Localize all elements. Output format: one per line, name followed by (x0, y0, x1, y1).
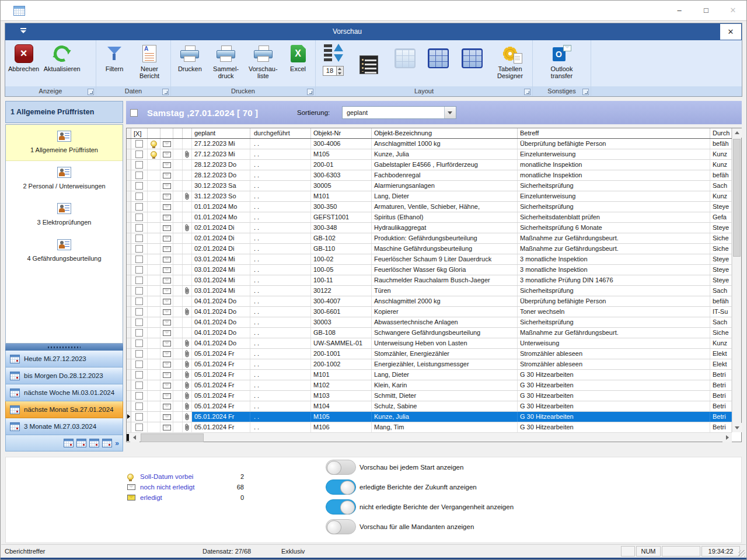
row-checkbox[interactable] (135, 287, 143, 295)
abbrechen-button[interactable]: Abbrechen (6, 42, 41, 86)
aktualisieren-button[interactable]: Aktualisieren (41, 42, 83, 86)
tabellen-designer-button[interactable]: Tabellen Designer (489, 42, 531, 86)
row-checkbox[interactable] (135, 140, 143, 148)
table-row[interactable]: 02.01.2024 Di . . GB-102 Produktion: Gef… (127, 233, 732, 244)
table-row[interactable]: 28.12.2023 Do . . 300-6303 Fachbodenrega… (127, 170, 732, 181)
select-all-checkbox[interactable] (130, 109, 138, 117)
table-row[interactable]: 05.01.2024 Fr . . M106 Mang, Tim G 30 Hi… (127, 422, 732, 432)
more-chevron-icon[interactable]: » (115, 440, 119, 446)
table-row[interactable]: 27.12.2023 Mi . . 300-4006 Anschlagmitte… (127, 139, 732, 149)
dialog-launcher-icon[interactable] (307, 89, 313, 95)
row-checkbox[interactable] (135, 318, 143, 326)
table-row[interactable]: 02.01.2024 Di . . 300-348 Hydraulikaggre… (127, 223, 732, 233)
calendar-icon[interactable] (64, 439, 74, 447)
ribbon-close-button[interactable]: ✕ (720, 24, 741, 40)
toggle-switch[interactable] (326, 499, 356, 514)
column-header-check[interactable]: [X] (131, 128, 148, 138)
excel-button[interactable]: Excel (282, 42, 314, 86)
horizontal-scroll-thumb[interactable] (141, 433, 204, 442)
row-checkbox[interactable] (135, 214, 143, 221)
row-checkbox[interactable] (135, 182, 143, 190)
horizontal-scrollbar[interactable] (127, 432, 732, 442)
table-row[interactable]: 05.01.2024 Fr . . M105 Kunze, Julia G 30… (127, 412, 732, 422)
scroll-down-icon[interactable] (732, 423, 742, 432)
minimize-button[interactable]: – (666, 1, 693, 20)
row-checkbox[interactable] (135, 298, 143, 305)
column-header-objekt-nr[interactable]: Objekt-Nr (311, 128, 372, 138)
column-header-durchgefuehrt[interactable]: durchgeführt (250, 128, 311, 138)
toggle-switch[interactable] (326, 460, 356, 475)
date-filter-button[interactable]: bis Morgen Do.28.12.2023 (5, 368, 123, 384)
row-checkbox[interactable] (135, 161, 143, 169)
sidebar-item[interactable]: 2 Personal / Unterweisungen (6, 161, 123, 197)
column-header-bezeichnung[interactable]: Objekt-Bezeichnung (372, 128, 518, 138)
row-checkbox[interactable] (135, 276, 143, 284)
row-checkbox[interactable] (135, 424, 143, 431)
table-row[interactable]: 03.01.2024 Mi . . 100-05 Feuerlöscher Wa… (127, 265, 732, 275)
table-row[interactable]: 05.01.2024 Fr . . 200-1001 Stomzähler, E… (127, 349, 732, 359)
grid-layout-button-2[interactable] (422, 42, 456, 86)
sidebar-item[interactable]: 4 Gefährdungsbeurteilung (6, 233, 123, 270)
neuer-bericht-button[interactable]: Neuer Bericht (131, 42, 167, 86)
close-button[interactable]: ✕ (720, 1, 746, 20)
date-filter-button[interactable]: nächste Woche Mi.03.01.2024 (5, 384, 123, 401)
table-row[interactable]: 03.01.2024 Mi . . 30122 Türen Sicherheit… (127, 286, 732, 296)
sort-dropdown[interactable]: geplant (342, 106, 456, 119)
vertical-scrollbar[interactable] (732, 128, 741, 432)
table-row[interactable]: 03.01.2024 Mi . . 100-02 Feuerlöscher Sc… (127, 254, 732, 265)
spinner-buttons[interactable] (336, 66, 343, 75)
grid-layout-button-1[interactable] (388, 42, 422, 86)
row-checkbox[interactable] (135, 350, 143, 358)
table-row[interactable]: 01.01.2024 Mo . . 300-350 Armaturen, Ven… (127, 202, 732, 212)
row-checkbox[interactable] (135, 382, 143, 389)
calendar-icon[interactable] (102, 439, 112, 447)
sidebar-item[interactable]: 3 Elektroprüfungen (6, 197, 123, 233)
vorschauliste-button[interactable]: Vorschau-liste (244, 42, 282, 86)
row-checkbox[interactable] (135, 413, 143, 421)
row-checkbox[interactable] (135, 360, 143, 368)
row-checkbox[interactable] (135, 203, 143, 211)
row-checkbox[interactable] (135, 192, 143, 200)
row-checkbox[interactable] (135, 235, 143, 242)
table-row[interactable]: 30.12.2023 Sa . . 30005 Alarmierungsanla… (127, 181, 732, 191)
row-checkbox[interactable] (135, 402, 143, 410)
resize-grip[interactable] (738, 550, 745, 557)
date-filter-button[interactable]: 3 Monate Mi.27.03.2024 (5, 418, 123, 435)
table-row[interactable]: 05.01.2024 Fr . . M102 Klein, Karin G 30… (127, 380, 732, 391)
row-checkbox[interactable] (135, 266, 143, 274)
table-row[interactable]: 05.01.2024 Fr . . M104 Schulz, Sabine G … (127, 401, 732, 412)
toggle-switch[interactable] (326, 480, 356, 495)
row-checkbox[interactable] (135, 308, 143, 316)
row-checkbox[interactable] (135, 256, 143, 263)
table-row[interactable]: 04.01.2024 Do . . 300-6601 Kopierer Tone… (127, 307, 732, 317)
table-row[interactable]: 04.01.2024 Do . . UW-SAMMEL-01 Unterweis… (127, 338, 732, 349)
row-checkbox[interactable] (135, 224, 143, 232)
toggle-switch[interactable] (326, 519, 356, 534)
calendar-icon[interactable] (89, 439, 99, 447)
row-checkbox[interactable] (135, 172, 143, 179)
table-row[interactable]: 04.01.2024 Do . . 300-4007 Anschlagmitte… (127, 296, 732, 307)
scroll-left-icon[interactable] (130, 433, 139, 442)
vertical-scroll-thumb[interactable] (733, 139, 741, 257)
row-checkbox[interactable] (135, 329, 143, 337)
date-filter-button[interactable]: Heute Mi.27.12.2023 (5, 351, 123, 368)
outlook-transfer-button[interactable]: Outlook transfer (542, 42, 582, 86)
table-row[interactable]: 05.01.2024 Fr . . M103 Schmitt, Dieter G… (127, 391, 732, 401)
splitter-handle[interactable] (5, 344, 123, 351)
row-checkbox[interactable] (135, 245, 143, 253)
date-filter-button[interactable]: nächste Monat Sa.27.01.2024 (5, 401, 123, 418)
filtern-button[interactable]: Filtern (97, 42, 131, 86)
row-checkbox[interactable] (135, 340, 143, 347)
scroll-up-icon[interactable] (732, 128, 742, 138)
table-row[interactable]: 04.01.2024 Do . . 30003 Abwassertechnisc… (127, 317, 732, 328)
table-row[interactable]: 03.01.2024 Mi . . 100-11 Rauchmelder Rau… (127, 275, 732, 286)
sidebar-item[interactable]: 1 Allgemeine Prüffristen (6, 125, 123, 161)
table-row[interactable]: 28.12.2023 Do . . 200-01 Gabelstapler E4… (127, 160, 732, 170)
table-row[interactable]: 04.01.2024 Do . . GB-108 Schwangere Gefä… (127, 328, 732, 338)
dialog-launcher-icon[interactable] (582, 89, 589, 95)
calendar-icon[interactable] (76, 439, 86, 447)
table-row[interactable]: 05.01.2024 Fr . . M101 Lang, Dieter G 30… (127, 370, 732, 380)
scroll-right-icon[interactable] (722, 433, 732, 442)
dropdown-arrow-icon[interactable] (444, 107, 456, 118)
drucken-button[interactable]: Drucken (172, 42, 208, 86)
